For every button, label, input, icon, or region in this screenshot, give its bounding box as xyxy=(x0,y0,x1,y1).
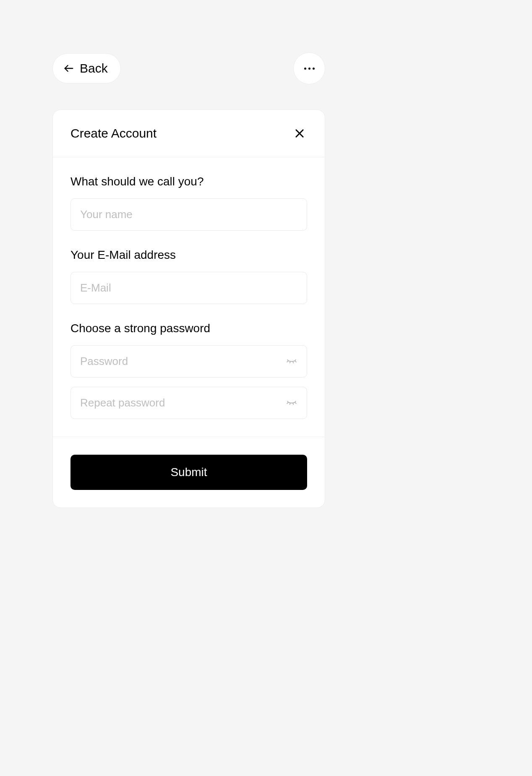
password-group: Choose a strong password xyxy=(70,322,307,419)
email-group: Your E-Mail address xyxy=(70,248,307,304)
email-input[interactable] xyxy=(70,272,307,304)
name-label: What should we call you? xyxy=(70,175,307,188)
password-label: Choose a strong password xyxy=(70,322,307,335)
toggle-repeat-password-visibility-button[interactable] xyxy=(284,396,299,410)
repeat-password-input[interactable] xyxy=(70,387,307,419)
svg-line-9 xyxy=(293,403,293,404)
more-button[interactable] xyxy=(293,52,325,84)
card-body: What should we call you? Your E-Mail add… xyxy=(53,157,325,437)
arrow-left-icon xyxy=(63,62,75,74)
name-input[interactable] xyxy=(70,198,307,231)
submit-button[interactable]: Submit xyxy=(70,455,307,490)
name-group: What should we call you? xyxy=(70,175,307,231)
svg-line-4 xyxy=(290,362,290,363)
card-footer: Submit xyxy=(53,437,325,508)
toggle-password-visibility-button[interactable] xyxy=(284,354,299,369)
top-bar: Back xyxy=(52,52,325,84)
svg-line-3 xyxy=(287,361,288,362)
back-label: Back xyxy=(80,61,108,76)
card-title: Create Account xyxy=(70,126,156,141)
eye-closed-icon xyxy=(286,398,297,409)
card-header: Create Account xyxy=(53,110,325,157)
create-account-card: Create Account What should we call you? … xyxy=(52,109,325,508)
close-icon xyxy=(294,128,305,139)
eye-closed-icon xyxy=(286,356,297,367)
svg-line-7 xyxy=(287,402,288,403)
back-button[interactable]: Back xyxy=(52,53,121,83)
svg-line-8 xyxy=(290,403,290,404)
password-input[interactable] xyxy=(70,345,307,378)
dots-horizontal-icon xyxy=(304,68,315,70)
svg-line-10 xyxy=(295,402,296,403)
svg-line-6 xyxy=(295,361,296,362)
email-label: Your E-Mail address xyxy=(70,248,307,262)
close-button[interactable] xyxy=(292,126,307,141)
svg-line-5 xyxy=(293,362,293,363)
